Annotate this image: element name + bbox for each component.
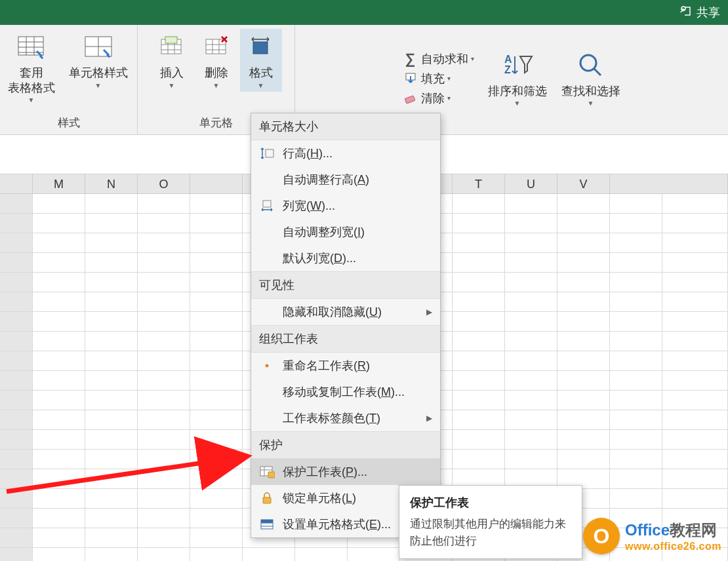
cell[interactable] bbox=[138, 233, 190, 253]
cell[interactable] bbox=[662, 410, 728, 430]
cell[interactable] bbox=[190, 253, 243, 273]
cell[interactable] bbox=[85, 233, 138, 253]
cell[interactable] bbox=[295, 548, 348, 561]
cell[interactable] bbox=[85, 292, 138, 312]
cell[interactable] bbox=[610, 469, 662, 489]
cell[interactable] bbox=[505, 430, 557, 450]
cell[interactable] bbox=[453, 292, 505, 312]
cell[interactable] bbox=[190, 292, 243, 312]
cell[interactable] bbox=[85, 548, 138, 561]
cell[interactable] bbox=[138, 391, 190, 410]
menu-item-protect-sheet[interactable]: 保护工作表(P)... bbox=[251, 459, 440, 485]
cell[interactable] bbox=[190, 194, 243, 214]
cell[interactable] bbox=[33, 528, 85, 548]
format-button[interactable]: 格式 ▼ bbox=[240, 29, 282, 92]
cell[interactable] bbox=[610, 194, 662, 214]
cell[interactable] bbox=[190, 371, 243, 391]
cell[interactable] bbox=[453, 312, 505, 332]
cell[interactable] bbox=[85, 528, 138, 548]
cell[interactable] bbox=[138, 430, 190, 450]
cell[interactable] bbox=[190, 469, 243, 489]
cell[interactable] bbox=[138, 548, 190, 561]
cell[interactable] bbox=[662, 371, 728, 391]
cell[interactable] bbox=[85, 489, 138, 509]
cell[interactable] bbox=[662, 194, 728, 214]
cell[interactable] bbox=[610, 410, 662, 430]
cell[interactable] bbox=[557, 312, 610, 332]
cell[interactable] bbox=[610, 430, 662, 450]
cell[interactable] bbox=[190, 489, 243, 509]
cell[interactable] bbox=[610, 351, 662, 371]
cell[interactable] bbox=[557, 214, 610, 233]
cell[interactable] bbox=[138, 469, 190, 489]
cell[interactable] bbox=[138, 194, 190, 214]
cell[interactable] bbox=[505, 292, 557, 312]
cell[interactable] bbox=[33, 233, 85, 253]
cell[interactable] bbox=[33, 312, 85, 332]
cell[interactable] bbox=[85, 450, 138, 469]
cell[interactable] bbox=[662, 430, 728, 450]
insert-button[interactable]: 插入 ▼ bbox=[151, 29, 193, 92]
cell[interactable] bbox=[610, 332, 662, 351]
cell[interactable] bbox=[190, 214, 243, 233]
cell[interactable] bbox=[662, 391, 728, 410]
cell[interactable] bbox=[138, 489, 190, 509]
menu-item-default-width[interactable]: 默认列宽(D)... bbox=[251, 245, 440, 271]
cell[interactable] bbox=[85, 332, 138, 351]
delete-button[interactable]: 删除 ▼ bbox=[195, 29, 237, 92]
cell[interactable] bbox=[453, 371, 505, 391]
menu-item-rename-sheet[interactable]: 重命名工作表(R) bbox=[251, 353, 440, 379]
cell[interactable] bbox=[85, 253, 138, 273]
cell[interactable] bbox=[557, 371, 610, 391]
cell[interactable] bbox=[610, 233, 662, 253]
cell[interactable] bbox=[505, 332, 557, 351]
cell[interactable] bbox=[610, 292, 662, 312]
col-header[interactable]: N bbox=[85, 174, 138, 193]
cell[interactable] bbox=[557, 391, 610, 410]
cell[interactable] bbox=[138, 509, 190, 528]
cell[interactable] bbox=[190, 450, 243, 469]
cell[interactable] bbox=[138, 273, 190, 292]
col-header[interactable]: M bbox=[33, 174, 85, 193]
cell[interactable] bbox=[85, 194, 138, 214]
cell[interactable] bbox=[33, 371, 85, 391]
cell[interactable] bbox=[557, 450, 610, 469]
cell[interactable] bbox=[557, 233, 610, 253]
cell[interactable] bbox=[33, 253, 85, 273]
cell[interactable] bbox=[138, 410, 190, 430]
cell[interactable] bbox=[243, 548, 295, 561]
cell[interactable] bbox=[662, 273, 728, 292]
cell[interactable] bbox=[505, 273, 557, 292]
cell[interactable] bbox=[557, 194, 610, 214]
cell[interactable] bbox=[662, 469, 728, 489]
cell[interactable] bbox=[33, 430, 85, 450]
cell[interactable] bbox=[33, 273, 85, 292]
cell[interactable] bbox=[610, 489, 662, 509]
cell[interactable] bbox=[610, 253, 662, 273]
cell[interactable] bbox=[662, 214, 728, 233]
cell[interactable] bbox=[453, 410, 505, 430]
cell[interactable] bbox=[85, 509, 138, 528]
cell[interactable] bbox=[453, 214, 505, 233]
cell[interactable] bbox=[557, 273, 610, 292]
cell[interactable] bbox=[85, 430, 138, 450]
cell[interactable] bbox=[190, 233, 243, 253]
menu-item-hide-unhide[interactable]: 隐藏和取消隐藏(U)▶ bbox=[251, 299, 440, 325]
col-header[interactable] bbox=[190, 174, 243, 193]
cell[interactable] bbox=[138, 214, 190, 233]
cell[interactable] bbox=[610, 273, 662, 292]
cell[interactable] bbox=[190, 509, 243, 528]
menu-item-col-width[interactable]: 列宽(W)... bbox=[251, 193, 440, 219]
col-header[interactable]: O bbox=[138, 174, 190, 193]
cell[interactable] bbox=[505, 233, 557, 253]
cell[interactable] bbox=[505, 450, 557, 469]
cell[interactable] bbox=[557, 253, 610, 273]
sort-filter-button[interactable]: AZ 排序和筛选 ▼ bbox=[482, 47, 553, 110]
cell[interactable] bbox=[453, 351, 505, 371]
cell[interactable] bbox=[33, 292, 85, 312]
menu-item-row-height[interactable]: 行高(H)... bbox=[251, 140, 440, 166]
cell[interactable] bbox=[557, 410, 610, 430]
cell[interactable] bbox=[662, 253, 728, 273]
cell[interactable] bbox=[453, 194, 505, 214]
cell[interactable] bbox=[190, 273, 243, 292]
